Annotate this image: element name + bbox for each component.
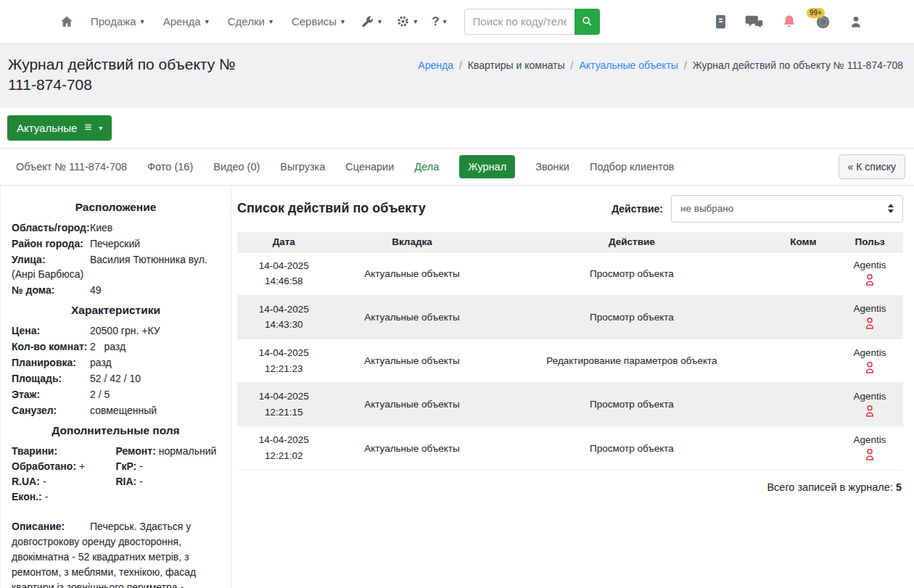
table-row[interactable]: 14-04-2025 12:21:02 Актуальные объекты П…	[237, 426, 903, 470]
tab-item[interactable]: Видео (0)	[213, 161, 260, 173]
help-menu[interactable]: ? ▾	[424, 9, 453, 35]
bonus-medal-icon[interactable]: 99+	[815, 13, 831, 30]
field-row: Планировка:разд	[12, 355, 220, 370]
col-header-comment: Комм	[770, 232, 836, 252]
cell-date: 14-04-2025 14:43:30	[237, 295, 331, 339]
extra-field: R.UA:-	[12, 474, 116, 489]
breadcrumb-item[interactable]: Актуальные объекты /	[579, 59, 692, 71]
table-row[interactable]: 14-04-2025 14:43:30 Актуальные объекты П…	[237, 295, 903, 339]
table-row[interactable]: 14-04-2025 12:21:15 Актуальные объекты П…	[237, 383, 903, 426]
tools-menu[interactable]: ▾	[354, 9, 389, 34]
chevron-down-icon: ▾	[141, 18, 144, 25]
cell-comment	[770, 252, 836, 295]
field-row: Площадь:52 / 42 / 10	[12, 371, 220, 386]
cell-action: Просмотр объекта	[493, 426, 770, 470]
cell-tab: Актуальные объекты	[331, 339, 494, 383]
navbar-menu: Продажа ▾ Аренда ▾ Сделки ▾ Сервисы ▾	[81, 9, 354, 33]
user-icon	[862, 273, 877, 287]
field-row: № дома:49	[12, 283, 220, 297]
status-dropdown-button[interactable]: Актуальные ≡ ▾	[7, 115, 112, 141]
filter-label: Действие:	[612, 203, 663, 215]
messages-icon[interactable]	[745, 14, 764, 30]
field-row: Улица:Василия Тютюнника вул. (Анрі Барбю…	[12, 252, 220, 281]
cell-action: Просмотр объекта	[493, 252, 770, 295]
log-summary: Всего записей в журнале:5	[237, 481, 902, 493]
tab-item[interactable]: Сценарии	[345, 161, 394, 173]
characteristics-rows: Цена:20500 грн. +КУ Кол-во комнат:2 разд…	[12, 323, 220, 418]
field-row: Область/город:Киев	[12, 220, 220, 235]
cell-user: Agentis	[836, 383, 903, 426]
cell-action: Просмотр объекта	[493, 295, 770, 339]
settings-menu[interactable]: ▾	[389, 9, 424, 34]
cell-date: 14-04-2025 12:21:23	[237, 339, 331, 383]
cell-action: Редактирование параметров объекта	[493, 339, 770, 383]
cell-tab: Актуальные объекты	[331, 426, 494, 470]
extra-field: Тварини:	[12, 444, 116, 459]
menu-icon: ≡	[84, 123, 91, 133]
cell-user: Agentis	[836, 339, 903, 383]
extra-fields-grid: Тварини: Ремонт:нормальний Обработано:+ …	[12, 444, 220, 505]
notifications-bell-icon[interactable]	[781, 13, 797, 30]
action-log-main: Список действий по объекту Действие: не …	[231, 186, 914, 588]
cell-user: Agentis	[836, 426, 903, 470]
search-group	[464, 9, 600, 35]
user-icon	[862, 316, 877, 331]
home-icon[interactable]	[52, 10, 81, 33]
breadcrumb-item[interactable]: Аренда /	[418, 59, 468, 71]
user-icon	[862, 360, 877, 375]
tab-item[interactable]: Подбор клиентов	[590, 161, 674, 173]
table-row[interactable]: 14-04-2025 12:21:23 Актуальные объекты Р…	[237, 339, 903, 383]
address-book-icon[interactable]	[714, 14, 728, 30]
breadcrumb-item[interactable]: Журнал действий по объекту № 111-874-708…	[693, 59, 903, 71]
extra-field: Ремонт:нормальний	[116, 444, 221, 459]
table-row[interactable]: 14-04-2025 14:46:58 Актуальные объекты П…	[237, 252, 903, 295]
cell-tab: Актуальные объекты	[331, 383, 494, 426]
breadcrumb-separator: /	[571, 59, 574, 71]
col-header-user: Польз	[836, 232, 903, 252]
nav-menu-item[interactable]: Сделки ▾	[218, 9, 282, 33]
extra-field: RIA:-	[116, 474, 221, 489]
cell-comment	[770, 339, 836, 383]
field-row: Район города:Печерский	[12, 236, 220, 251]
search-button[interactable]	[575, 9, 600, 35]
section-header-extra-fields: Дополнительные поля	[12, 424, 220, 437]
nav-menu-item[interactable]: Аренда ▾	[154, 9, 218, 33]
breadcrumb: Аренда / Квартиры и комнаты / Актуальные…	[418, 59, 903, 71]
extra-field: Обработано:+	[12, 459, 116, 474]
user-profile-icon[interactable]	[849, 14, 863, 30]
action-filter-select[interactable]: не выбрано	[671, 195, 903, 223]
cell-user: Agentis	[836, 295, 903, 339]
object-tabbar: Объект № 111-874-708 Фото (16) Видео (0)…	[0, 148, 914, 186]
user-icon	[862, 404, 877, 418]
nav-menu-item[interactable]: Продажа ▾	[81, 9, 154, 33]
page-header: Журнал действий по объекту № 111-874-708…	[0, 44, 914, 108]
breadcrumb-item[interactable]: Квартиры и комнаты /	[468, 59, 580, 71]
chevron-down-icon: ▾	[99, 124, 102, 132]
chevron-down-icon: ▾	[205, 18, 209, 25]
wrench-icon	[361, 15, 374, 28]
tab-item[interactable]: Объект № 111-874-708	[16, 161, 127, 173]
log-rows: 14-04-2025 14:46:58 Актуальные объекты П…	[237, 252, 903, 470]
field-row: Этаж:2 / 5	[12, 387, 220, 402]
notification-count-badge: 99+	[807, 8, 825, 18]
search-input[interactable]	[464, 9, 575, 35]
action-filter: Действие: не выбрано	[612, 195, 903, 223]
object-summary-sidebar: Расположение Область/город:Киев Район го…	[1, 186, 231, 588]
tab-item[interactable]: Звонки	[535, 161, 569, 173]
tab-item[interactable]: Выгрузка	[280, 161, 325, 173]
tab-item[interactable]: Фото (16)	[147, 161, 193, 173]
cell-tab: Актуальные объекты	[331, 252, 494, 295]
col-header-action: Действие	[493, 232, 770, 252]
gear-icon	[396, 15, 410, 28]
action-log-table: Дата Вкладка Действие Комм Польз 14-04-2…	[237, 232, 903, 471]
tab-item[interactable]: Журнал	[459, 155, 515, 178]
cell-user: Agentis	[836, 252, 903, 295]
extra-field: Екон.:-	[12, 489, 116, 505]
navbar-right-icons: 99+	[714, 13, 863, 30]
question-icon: ?	[432, 15, 439, 29]
cell-date: 14-04-2025 12:21:02	[237, 426, 331, 470]
tab-item[interactable]: Дела	[414, 161, 439, 173]
cell-comment	[770, 383, 836, 426]
back-to-list-button[interactable]: « К списку	[839, 154, 905, 179]
nav-menu-item[interactable]: Сервисы ▾	[282, 9, 354, 33]
